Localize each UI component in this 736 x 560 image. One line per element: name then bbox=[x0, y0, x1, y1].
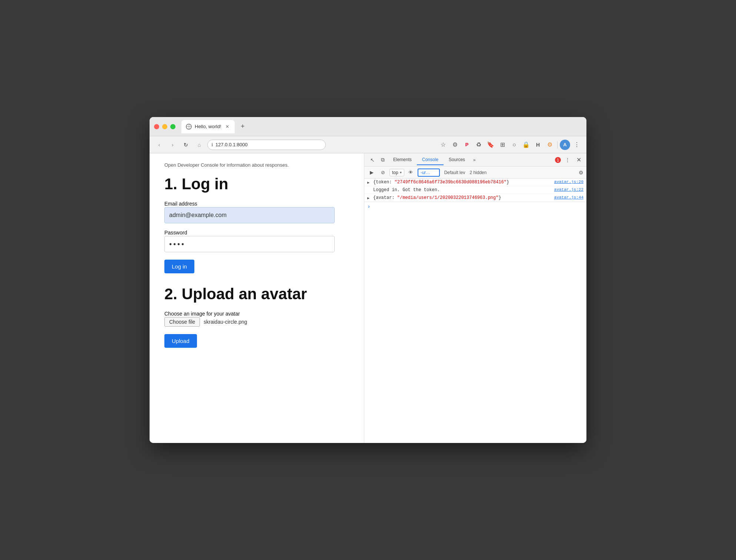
hidden-count-label: 2 hidden bbox=[469, 170, 486, 175]
devtools-menu-icon[interactable]: ⋮ bbox=[562, 155, 573, 165]
console-text-1: {token: "2749ff6c8646a6f73e39bc6630d0881… bbox=[373, 180, 554, 185]
back-button[interactable]: ‹ bbox=[154, 140, 164, 150]
console-link-3[interactable]: avatar.js:44 bbox=[554, 195, 583, 200]
devtools-actions: 1 ⋮ ✕ bbox=[555, 155, 583, 165]
devtools-tab-group-left: ↖ ⧉ bbox=[367, 155, 388, 165]
file-input-row: Choose file skraidau-circle.png bbox=[164, 317, 349, 327]
email-label: Email address bbox=[164, 201, 197, 207]
address-bar[interactable]: ℹ 127.0.0.1:8000 bbox=[207, 140, 326, 150]
forward-button[interactable]: › bbox=[167, 140, 178, 150]
console-settings-icon[interactable]: ⚙ bbox=[579, 170, 583, 176]
console-text-2: Logged in. Got the token. bbox=[373, 187, 554, 193]
content-area: Open Developer Console for information a… bbox=[150, 153, 586, 443]
close-traffic-light[interactable] bbox=[154, 124, 159, 129]
filter-input[interactable] bbox=[418, 169, 440, 177]
profile-avatar[interactable]: A bbox=[560, 140, 570, 150]
devtools-panel: ↖ ⧉ Elements Console Sources » 1 ⋮ ✕ ▶ ⊘… bbox=[364, 153, 586, 443]
new-tab-button[interactable]: + bbox=[238, 121, 248, 132]
lock-icon[interactable]: 🔒 bbox=[521, 140, 531, 150]
tab-sources[interactable]: Sources bbox=[444, 155, 470, 165]
password-input[interactable] bbox=[164, 236, 335, 252]
tab-close-button[interactable]: ✕ bbox=[224, 124, 230, 130]
console-select-arrow: ▾ bbox=[400, 170, 402, 174]
devtools-cursor-icon[interactable]: ↖ bbox=[367, 155, 378, 165]
expand-arrow-1[interactable]: ▶ bbox=[367, 180, 372, 185]
devtools-tabs: ↖ ⧉ Elements Console Sources » 1 ⋮ ✕ bbox=[364, 153, 586, 167]
maximize-traffic-light[interactable] bbox=[170, 124, 175, 129]
tab-more[interactable]: » bbox=[470, 157, 479, 163]
grid-icon[interactable]: ⊞ bbox=[497, 140, 508, 150]
bookmark-icon[interactable]: 🔖 bbox=[485, 140, 496, 150]
expand-arrow-3[interactable]: ▶ bbox=[367, 195, 372, 200]
puzzle-icon[interactable]: ⚙ bbox=[545, 140, 555, 150]
recycle-icon[interactable]: ♻ bbox=[474, 140, 484, 150]
circle-icon[interactable]: ○ bbox=[509, 140, 519, 150]
page-description: Open Developer Console for information a… bbox=[164, 162, 349, 168]
more-options-icon[interactable]: ⋮ bbox=[572, 140, 582, 150]
toolbar-icons: ☆ ⚙ P ♻ 🔖 ⊞ ○ 🔒 H ⚙ A ⋮ bbox=[438, 140, 582, 150]
console-output: ▶ {token: "2749ff6c8646a6f73e39bc6630d08… bbox=[364, 179, 586, 443]
toolbar-separator bbox=[557, 141, 558, 149]
prompt-arrow: › bbox=[367, 204, 370, 210]
tab-bar: Hello, world! ✕ + bbox=[181, 120, 582, 133]
console-context-label: top bbox=[392, 170, 398, 175]
console-line-1: ▶ {token: "2749ff6c8646a6f73e39bc6630d08… bbox=[364, 179, 586, 186]
console-text-3: {avatar: "/media/users/1/202003220137469… bbox=[373, 195, 554, 200]
console-toolbar: ▶ ⊘ top ▾ 👁 Default lev 2 hidden ⚙ bbox=[364, 167, 586, 179]
hashtag-icon[interactable]: H bbox=[533, 140, 543, 150]
info-icon: ℹ bbox=[211, 142, 213, 147]
console-context-select[interactable]: top ▾ bbox=[389, 169, 404, 176]
upload-button[interactable]: Upload bbox=[164, 334, 197, 348]
address-text: 127.0.0.1:8000 bbox=[215, 142, 248, 147]
pinterest-icon[interactable]: P bbox=[462, 140, 472, 150]
reload-button[interactable]: ↻ bbox=[181, 140, 191, 150]
password-label: Password bbox=[164, 230, 187, 236]
console-eye-icon[interactable]: 👁 bbox=[407, 168, 415, 177]
console-input-line: › bbox=[364, 202, 586, 211]
console-no-icon[interactable]: ⊘ bbox=[378, 168, 387, 177]
console-link-1[interactable]: avatar.js:20 bbox=[554, 180, 583, 184]
tab-elements[interactable]: Elements bbox=[388, 155, 417, 165]
title-bar: Hello, world! ✕ + bbox=[150, 117, 586, 136]
devtools-close-button[interactable]: ✕ bbox=[574, 156, 583, 164]
home-button[interactable]: ⌂ bbox=[194, 140, 204, 150]
extensions-icon[interactable]: ⚙ bbox=[450, 140, 460, 150]
login-button[interactable]: Log in bbox=[164, 260, 194, 273]
active-tab[interactable]: Hello, world! ✕ bbox=[181, 120, 235, 133]
browser-window: Hello, world! ✕ + ‹ › ↻ ⌂ ℹ 127.0.0.1:80… bbox=[150, 117, 586, 443]
nav-bar: ‹ › ↻ ⌂ ℹ 127.0.0.1:8000 ☆ ⚙ P ♻ 🔖 ⊞ ○ 🔒… bbox=[150, 136, 586, 153]
email-input[interactable] bbox=[164, 207, 335, 223]
file-name-text: skraidau-circle.png bbox=[204, 319, 247, 325]
devtools-copy-icon[interactable]: ⧉ bbox=[378, 155, 388, 165]
section1-title: 1. Log in bbox=[164, 175, 349, 193]
traffic-lights bbox=[154, 124, 175, 129]
star-icon[interactable]: ☆ bbox=[438, 140, 448, 150]
main-page: Open Developer Console for information a… bbox=[150, 153, 364, 443]
file-label: Choose an image for your avatar bbox=[164, 311, 240, 317]
tab-globe-icon bbox=[186, 124, 192, 130]
tab-console[interactable]: Console bbox=[417, 155, 444, 165]
tab-title: Hello, world! bbox=[195, 124, 221, 129]
console-link-2[interactable]: avatar.js:22 bbox=[554, 187, 583, 192]
console-play-icon[interactable]: ▶ bbox=[367, 168, 376, 177]
console-line-3: ▶ {avatar: "/media/users/1/2020032201374… bbox=[364, 194, 586, 202]
default-level-label: Default lev bbox=[442, 169, 468, 176]
console-line-2: ▶ Logged in. Got the token. avatar.js:22 bbox=[364, 186, 586, 194]
section2-title: 2. Upload an avatar bbox=[164, 285, 349, 303]
error-badge: 1 bbox=[555, 157, 561, 163]
minimize-traffic-light[interactable] bbox=[162, 124, 167, 129]
choose-file-button[interactable]: Choose file bbox=[164, 317, 200, 327]
